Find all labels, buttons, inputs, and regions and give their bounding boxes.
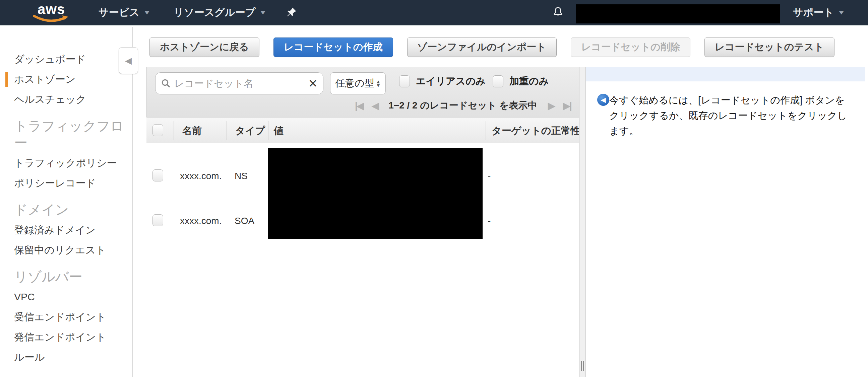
sidebar-item-outbound-endpoints[interactable]: 発信エンドポイント bbox=[14, 327, 132, 347]
pagination-last-icon[interactable]: ▶| bbox=[563, 100, 571, 111]
column-separator bbox=[486, 121, 486, 140]
sidebar-item-registered-domains[interactable]: 登録済みドメイン bbox=[14, 220, 132, 240]
record-sets-panel: ✕ 任意の型 ▲▼ エイリアスのみ 加重のみ |◀ ◀ 1~2 / 2 のレコー… bbox=[147, 67, 580, 377]
aws-logo[interactable]: aws bbox=[33, 3, 70, 24]
detail-panel: ◀ 今すぐ始めるには、[レコードセットの作成] ボタンをクリックするか、既存のレ… bbox=[586, 67, 865, 377]
chevron-down-icon: ▼ bbox=[837, 9, 845, 16]
cell-name: xxxx.com. bbox=[180, 171, 221, 181]
column-header-type: タイプ bbox=[235, 117, 265, 144]
search-input[interactable] bbox=[174, 78, 305, 89]
pagination-status: 1~2 / 2 のレコードセット を表示中 bbox=[389, 99, 537, 112]
select-spinner-icon: ▲▼ bbox=[376, 80, 381, 87]
chevron-down-icon: ▼ bbox=[143, 9, 151, 16]
table-header: 名前 タイプ 値 ターゲットの正常性の評価 bbox=[147, 117, 580, 143]
test-record-set-button[interactable]: レコードセットのテスト bbox=[705, 37, 835, 57]
alias-only-filter: エイリアスのみ bbox=[399, 75, 486, 88]
pagination-first-icon[interactable]: |◀ bbox=[355, 100, 363, 111]
redacted-record-values bbox=[268, 148, 483, 239]
back-arrow-icon: ◀ bbox=[597, 94, 609, 106]
hint-text: 今すぐ始めるには、[レコードセットの作成] ボタンをクリックするか、既存のレコー… bbox=[609, 93, 850, 139]
column-header-health: ターゲットの正常性の評価 bbox=[492, 117, 580, 144]
detail-panel-header bbox=[586, 67, 865, 81]
sidebar-section-resolver: リゾルバー bbox=[14, 268, 130, 285]
nav-support[interactable]: サポート ▼ bbox=[790, 0, 847, 25]
cell-health: - bbox=[488, 171, 491, 181]
select-all-checkbox[interactable] bbox=[153, 124, 163, 136]
sidebar-item-rules[interactable]: ルール bbox=[14, 347, 132, 367]
sidebar-item-dashboard[interactable]: ダッシュボード bbox=[14, 49, 132, 69]
nav-services[interactable]: サービス ▼ bbox=[96, 0, 153, 25]
clear-search-icon[interactable]: ✕ bbox=[308, 78, 318, 89]
record-type-select[interactable]: 任意の型 ▲▼ bbox=[330, 72, 386, 94]
top-nav-bar: aws サービス ▼ リソースグループ ▼ サポート ▼ bbox=[0, 0, 868, 26]
column-separator bbox=[174, 121, 174, 140]
back-to-hosted-zones-button[interactable]: ホストゾーンに戻る bbox=[150, 37, 259, 57]
alias-only-checkbox[interactable] bbox=[399, 75, 410, 88]
filter-toolbar: ✕ 任意の型 ▲▼ エイリアスのみ 加重のみ |◀ ◀ 1~2 / 2 のレコー… bbox=[147, 67, 580, 117]
sidebar-item-pending-requests[interactable]: 保留中のリクエスト bbox=[14, 240, 132, 260]
getting-started-hint: ◀ 今すぐ始めるには、[レコードセットの作成] ボタンをクリックするか、既存のレ… bbox=[597, 93, 850, 139]
redacted-account-name bbox=[576, 4, 780, 24]
pagination-prev-icon[interactable]: ◀ bbox=[371, 100, 378, 111]
row-checkbox[interactable] bbox=[153, 169, 163, 181]
delete-record-set-button[interactable]: レコードセットの削除 bbox=[571, 37, 690, 57]
aws-smile-icon bbox=[33, 15, 70, 24]
pin-icon[interactable] bbox=[284, 0, 300, 25]
sidebar-item-hosted-zones[interactable]: ホストゾーン bbox=[14, 69, 132, 90]
create-record-set-button[interactable]: レコードセットの作成 bbox=[274, 37, 393, 57]
cell-health: - bbox=[488, 216, 491, 226]
import-zone-file-button[interactable]: ゾーンファイルのインポート bbox=[407, 37, 557, 57]
sidebar-item-health-checks[interactable]: ヘルスチェック bbox=[14, 90, 132, 109]
pagination-next-icon[interactable]: ▶ bbox=[548, 100, 554, 111]
chevron-left-icon: ◀ bbox=[125, 56, 132, 66]
column-separator bbox=[268, 121, 269, 140]
record-set-search[interactable]: ✕ bbox=[155, 72, 323, 94]
column-separator bbox=[226, 121, 227, 140]
column-header-value: 値 bbox=[274, 117, 283, 144]
bell-icon[interactable] bbox=[550, 0, 566, 25]
chevron-down-icon: ▼ bbox=[259, 9, 267, 16]
sidebar-item-inbound-endpoints[interactable]: 受信エンドポイント bbox=[14, 307, 132, 327]
splitter-grip[interactable] bbox=[581, 361, 584, 371]
weighted-only-filter: 加重のみ bbox=[493, 75, 549, 88]
search-icon bbox=[161, 78, 171, 89]
sidebar-section-traffic-flow: トラフィックフロー bbox=[14, 117, 130, 151]
sidebar: ダッシュボード ホストゾーン ヘルスチェック トラフィックフロー トラフィックポ… bbox=[0, 27, 133, 377]
weighted-only-checkbox[interactable] bbox=[493, 75, 503, 88]
cell-type: SOA bbox=[235, 216, 254, 226]
sidebar-collapse-button[interactable]: ◀ bbox=[119, 47, 138, 74]
pagination: |◀ ◀ 1~2 / 2 のレコードセット を表示中 ▶ ▶| bbox=[355, 99, 571, 112]
nav-resource-groups[interactable]: リソースグループ ▼ bbox=[171, 0, 269, 25]
cell-type: NS bbox=[235, 171, 248, 181]
panel-splitter bbox=[579, 67, 586, 377]
sidebar-item-policy-records[interactable]: ポリシーレコード bbox=[14, 173, 132, 193]
action-button-row: ホストゾーンに戻る レコードセットの作成 ゾーンファイルのインポート レコードセ… bbox=[150, 37, 835, 57]
cell-name: xxxx.com. bbox=[180, 216, 221, 226]
sidebar-section-domains: ドメイン bbox=[14, 201, 130, 218]
sidebar-item-vpc[interactable]: VPC bbox=[14, 287, 132, 307]
column-header-name: 名前 bbox=[182, 117, 202, 144]
sidebar-item-traffic-policies[interactable]: トラフィックポリシー bbox=[14, 153, 132, 173]
row-checkbox[interactable] bbox=[153, 214, 163, 226]
